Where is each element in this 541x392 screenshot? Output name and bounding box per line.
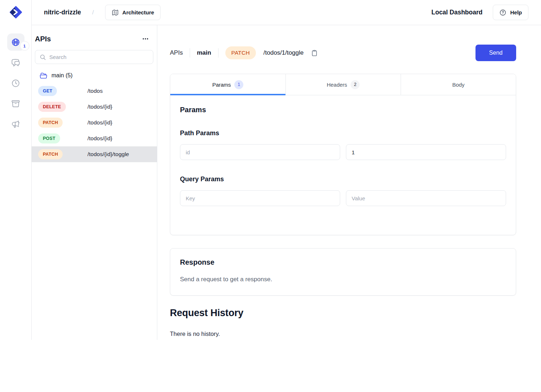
tab-bar: Params 1 Headers 2 Body bbox=[170, 74, 516, 95]
archive-box-icon bbox=[11, 99, 20, 108]
tab-label: Params bbox=[212, 82, 231, 88]
request-method-badge: PATCH bbox=[225, 46, 256, 59]
path-params-row bbox=[180, 144, 506, 160]
sidebar-title: APIs bbox=[35, 35, 51, 43]
breadcrumb-apis: APIs bbox=[170, 49, 183, 56]
tab-count-badge: 2 bbox=[351, 80, 360, 89]
endpoint-row[interactable]: GET /todos bbox=[32, 83, 157, 99]
rail-items: 1 bbox=[7, 33, 24, 133]
globe-icon bbox=[11, 38, 20, 47]
method-badge: POST bbox=[38, 133, 60, 143]
ellipsis-icon bbox=[142, 35, 149, 42]
tab-headers[interactable]: Headers 2 bbox=[285, 74, 401, 95]
tab-count-badge: 1 bbox=[234, 80, 243, 89]
endpoint-path: /todos/{id} bbox=[87, 104, 112, 110]
method-badge: DELETE bbox=[38, 102, 66, 112]
architecture-button[interactable]: Architecture bbox=[105, 5, 161, 20]
path-param-key-field[interactable] bbox=[180, 144, 340, 160]
path-param-value-field[interactable] bbox=[346, 144, 506, 160]
search-icon bbox=[40, 54, 46, 60]
response-title: Response bbox=[180, 258, 506, 266]
nitric-logo-icon bbox=[9, 5, 23, 19]
apis-sidebar: APIs main bbox=[32, 25, 157, 340]
request-path: /todos/1/toggle bbox=[263, 49, 304, 56]
folder-open-icon bbox=[40, 72, 47, 79]
tab-label: Headers bbox=[327, 82, 347, 88]
send-button[interactable]: Send bbox=[475, 45, 516, 61]
copy-path-button[interactable] bbox=[310, 49, 319, 57]
help-button-label: Help bbox=[510, 9, 522, 15]
tab-params[interactable]: Params 1 bbox=[170, 74, 285, 95]
api-count-badge: 1 bbox=[21, 42, 29, 50]
search-input[interactable] bbox=[49, 54, 149, 60]
query-param-key-field[interactable] bbox=[180, 190, 340, 206]
method-badge: GET bbox=[38, 86, 57, 96]
response-card: Response Send a request to get a respons… bbox=[170, 248, 516, 296]
app-root: 1 bbox=[0, 0, 541, 392]
query-params-title: Query Params bbox=[180, 176, 506, 183]
main-content: APIs main PATCH /todos/1/toggle Send bbox=[157, 25, 541, 392]
request-options-card: Params 1 Headers 2 Body Params bbox=[170, 74, 516, 235]
request-history-title: Request History bbox=[170, 307, 516, 319]
endpoint-row[interactable]: POST /todos/{id} bbox=[32, 131, 157, 146]
rail-item-chat[interactable] bbox=[7, 54, 24, 71]
endpoint-path: /todos/{id} bbox=[87, 135, 112, 142]
architecture-button-label: Architecture bbox=[122, 9, 154, 15]
map-icon bbox=[112, 9, 119, 16]
breadcrumb-separator: / bbox=[92, 9, 94, 16]
method-badge: PATCH bbox=[38, 118, 63, 128]
help-button[interactable]: Help bbox=[493, 5, 528, 20]
api-group-label: main (5) bbox=[51, 72, 73, 79]
endpoint-row[interactable]: DELETE /todos/{id} bbox=[32, 99, 157, 115]
project-name: nitric-drizzle bbox=[44, 9, 81, 16]
method-badge: PATCH bbox=[38, 149, 63, 159]
query-params-row bbox=[180, 190, 506, 206]
page-title: Local Dashboard bbox=[432, 9, 483, 16]
sidebar-menu-button[interactable] bbox=[140, 34, 150, 44]
api-group-main[interactable]: main (5) bbox=[32, 69, 157, 82]
endpoint-row[interactable]: PATCH /todos/{id}/toggle bbox=[32, 146, 157, 162]
tab-body[interactable]: Body bbox=[401, 74, 516, 95]
chat-bubbles-icon bbox=[11, 58, 20, 67]
divider bbox=[190, 48, 190, 58]
rail-item-storage[interactable] bbox=[7, 95, 24, 112]
rail-item-apis[interactable]: 1 bbox=[7, 33, 24, 51]
endpoint-row[interactable]: PATCH /todos/{id} bbox=[32, 115, 157, 131]
tab-label: Body bbox=[452, 82, 464, 88]
top-header: nitric-drizzle / Architecture Local Dash… bbox=[32, 0, 541, 25]
params-panel-title: Params bbox=[180, 106, 506, 114]
question-mark-circle-icon bbox=[499, 9, 506, 16]
rail-item-topics[interactable] bbox=[7, 115, 24, 133]
divider bbox=[218, 48, 218, 58]
request-bar: APIs main PATCH /todos/1/toggle Send bbox=[170, 45, 516, 61]
response-empty-message: Send a request to get a response. bbox=[180, 276, 506, 283]
endpoint-path: /todos/{id} bbox=[87, 119, 112, 126]
rail-item-schedules[interactable] bbox=[7, 74, 24, 92]
history-empty-message: There is no history. bbox=[170, 331, 516, 337]
endpoint-list: GET /todos DELETE /todos/{id} PATCH /tod… bbox=[32, 83, 157, 162]
query-param-value-field[interactable] bbox=[346, 190, 506, 206]
search-box bbox=[35, 50, 153, 64]
endpoint-path: /todos/{id}/toggle bbox=[87, 151, 129, 158]
megaphone-icon bbox=[11, 120, 20, 129]
path-params-title: Path Params bbox=[180, 129, 506, 137]
left-icon-rail: 1 bbox=[0, 0, 32, 340]
clipboard-icon bbox=[311, 50, 318, 56]
clock-icon bbox=[11, 79, 20, 88]
endpoint-path: /todos bbox=[87, 88, 103, 94]
breadcrumb-group: main bbox=[197, 49, 211, 56]
